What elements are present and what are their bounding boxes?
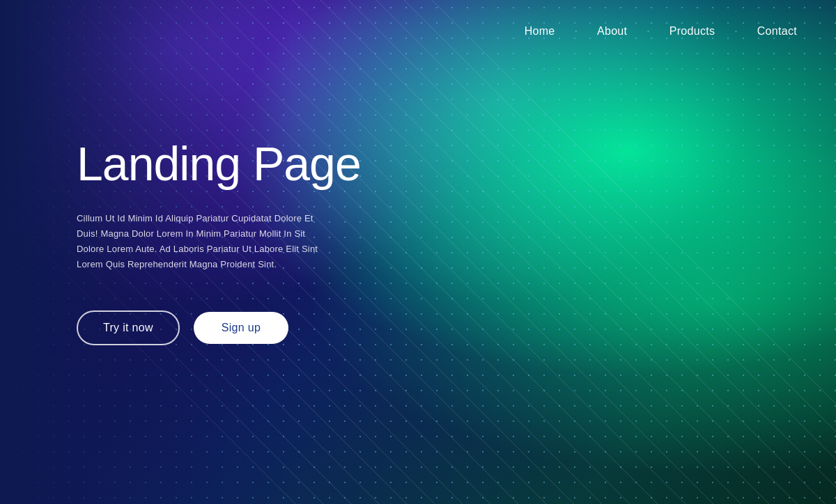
hero-content: Landing Page Cillum Ut Id Minim Id Aliqu…	[77, 138, 361, 345]
nav-sep-3: ·	[734, 25, 737, 38]
hero-description: Cillum Ut Id Minim Id Aliquip Pariatur C…	[77, 211, 327, 272]
try-it-now-button[interactable]: Try it now	[77, 310, 180, 345]
nav-sep-2: ·	[647, 25, 649, 38]
nav-home-link[interactable]: Home	[513, 19, 566, 43]
nav-products-link[interactable]: Products	[658, 19, 727, 43]
hero-button-group: Try it now Sign up	[77, 310, 361, 345]
hero-section: Home · About · Products · Contact Landin…	[0, 0, 836, 504]
nav-about-link[interactable]: About	[586, 19, 638, 43]
nav-sep-1: ·	[575, 25, 578, 38]
nav-contact-link[interactable]: Contact	[746, 19, 808, 43]
hero-title: Landing Page	[77, 138, 361, 190]
main-nav: Home · About · Products · Contact	[486, 0, 836, 63]
sign-up-button[interactable]: Sign up	[194, 312, 288, 344]
